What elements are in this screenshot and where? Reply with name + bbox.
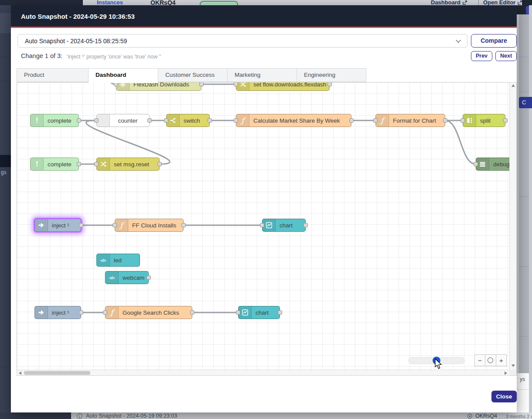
compare-button[interactable]: Compare <box>471 34 517 48</box>
port-out[interactable] <box>443 118 447 123</box>
sidebar-item-active[interactable] <box>0 155 11 167</box>
node-label: complete <box>44 117 78 124</box>
node-flexdash-downloads[interactable]: FlexDash Downloads <box>116 82 201 91</box>
port-out[interactable] <box>79 223 83 227</box>
port-out[interactable] <box>327 82 332 86</box>
port-in[interactable] <box>103 310 107 315</box>
scroll-up-arrow[interactable] <box>512 84 515 87</box>
node-switch[interactable]: switch <box>166 114 210 127</box>
page-topbar: Instances OKRsQ4 Dashboard Open Editor <box>0 0 532 5</box>
node-chart[interactable]: chart <box>262 219 306 232</box>
scroll-down-arrow[interactable] <box>512 364 515 367</box>
node-inject[interactable]: inject ¹ <box>34 219 81 232</box>
flow-canvas[interactable]: FlexDash Downloadsset flow.downloads.fle… <box>17 82 517 376</box>
snapshot-select[interactable]: Auto Snapshot - 2024-05-15 08:25:59 <box>17 34 467 48</box>
port-out[interactable] <box>181 223 186 227</box>
compare-badge-partial[interactable]: C <box>519 97 532 108</box>
node-label: chart <box>252 309 280 316</box>
scrollbar-thumb[interactable] <box>24 371 90 375</box>
port-out[interactable] <box>79 310 83 315</box>
node-label: counter <box>110 117 149 124</box>
scroll-left-arrow[interactable] <box>19 371 21 375</box>
node-ff-cloud-installs[interactable]: ƒFF Cloud Installs <box>115 219 184 232</box>
node-set-msg-reset[interactable]: set msg.reset <box>96 158 160 171</box>
exclaim-icon: ! <box>31 158 44 170</box>
port-in[interactable] <box>114 82 118 86</box>
close-button[interactable]: Close <box>491 391 517 402</box>
port-in[interactable] <box>234 82 238 86</box>
port-in[interactable] <box>113 223 117 227</box>
node-set-flow-downloads-flexdash[interactable]: set flow.downloads.flexdash <box>236 82 330 91</box>
node-format-for-chart[interactable]: ƒFormat for Chart <box>375 114 445 127</box>
change-icon <box>236 82 249 90</box>
node-counter[interactable]: counter <box>96 114 150 127</box>
flow-area[interactable]: FlexDash Downloadsset flow.downloads.fle… <box>17 82 509 370</box>
port-in[interactable] <box>373 118 378 123</box>
port-in[interactable] <box>460 118 465 123</box>
sidebar-divider <box>0 57 11 57</box>
port-out[interactable] <box>77 162 81 166</box>
function-icon: ƒ <box>236 114 249 127</box>
port-out[interactable] <box>278 310 282 315</box>
node-split[interactable]: split <box>463 114 505 127</box>
next-button[interactable]: Next <box>495 51 517 61</box>
zoom-out-button[interactable]: − <box>475 355 485 366</box>
port-out[interactable] <box>157 162 162 166</box>
node-label: debug <box>489 161 509 168</box>
breadcrumb-instances[interactable]: Instances <box>97 0 123 5</box>
tab-dashboard[interactable]: Dashboard <box>88 68 158 83</box>
zoom-in-button[interactable]: + <box>496 355 506 366</box>
node-led[interactable]: </>led <box>96 254 140 267</box>
node-label: led <box>110 257 140 264</box>
prev-button[interactable]: Prev <box>471 51 492 61</box>
node-label: set msg.reset <box>110 161 159 168</box>
scroll-right-arrow[interactable] <box>505 371 507 375</box>
node-label: webcam <box>119 275 148 281</box>
node-webcam[interactable]: </>webcam <box>105 271 149 284</box>
port-out[interactable] <box>349 118 354 123</box>
canvas-horizontal-scrollbar[interactable] <box>17 370 509 375</box>
port-out[interactable] <box>199 82 204 86</box>
port-out[interactable] <box>304 223 308 227</box>
tab-engineering[interactable]: Engineering <box>297 68 366 82</box>
node-label: FF Cloud Installs <box>128 222 183 229</box>
dashboard-link[interactable]: Dashboard <box>431 0 467 5</box>
port-in[interactable] <box>94 162 99 166</box>
node-chart[interactable]: chart <box>238 306 280 319</box>
rail-dark-top <box>522 0 532 5</box>
port-out[interactable] <box>77 118 81 123</box>
port-in[interactable] <box>260 223 264 227</box>
node-complete[interactable]: !complete <box>30 114 79 127</box>
port-out[interactable] <box>147 275 151 280</box>
node-debug[interactable]: debug <box>476 158 509 171</box>
status-badge <box>200 1 238 5</box>
port-out[interactable] <box>208 118 212 123</box>
port-in[interactable] <box>164 118 168 123</box>
open-editor-link[interactable]: Open Editor <box>483 0 522 5</box>
page-scrollbar[interactable] <box>519 14 529 373</box>
zoom-reset-button[interactable] <box>485 355 495 366</box>
node-label: split <box>476 117 505 124</box>
canvas-vertical-scrollbar[interactable] <box>509 82 516 370</box>
port-out[interactable] <box>190 310 194 315</box>
tab-customer-success[interactable]: Customer Success <box>158 68 228 82</box>
tab-product[interactable]: Product <box>17 68 89 82</box>
node-inject[interactable]: inject ¹ <box>34 306 81 319</box>
sidebar-top-corner <box>0 0 83 5</box>
node-label: Google Search Clicks <box>119 309 192 316</box>
port-in[interactable] <box>236 310 240 315</box>
port-in[interactable] <box>94 118 99 123</box>
node-complete[interactable]: !complete <box>30 158 79 171</box>
port-in[interactable] <box>474 162 478 166</box>
node-google-search-clicks[interactable]: ƒGoogle Search Clicks <box>105 306 192 319</box>
port-out[interactable] <box>503 118 508 123</box>
sidebar-bottom <box>0 412 71 419</box>
sidebar-item-highlight[interactable] <box>0 13 11 33</box>
split-icon <box>463 114 476 127</box>
change-detail-text: 'inject ¹' property 'once' was 'true' no… <box>67 54 161 60</box>
port-out[interactable] <box>147 118 152 123</box>
port-in[interactable] <box>234 118 238 123</box>
divider <box>517 389 529 390</box>
node-calculate-market-share-by-week[interactable]: ƒCalculate Market Share By Week <box>236 114 351 127</box>
tab-marketing[interactable]: Marketing <box>227 68 297 82</box>
